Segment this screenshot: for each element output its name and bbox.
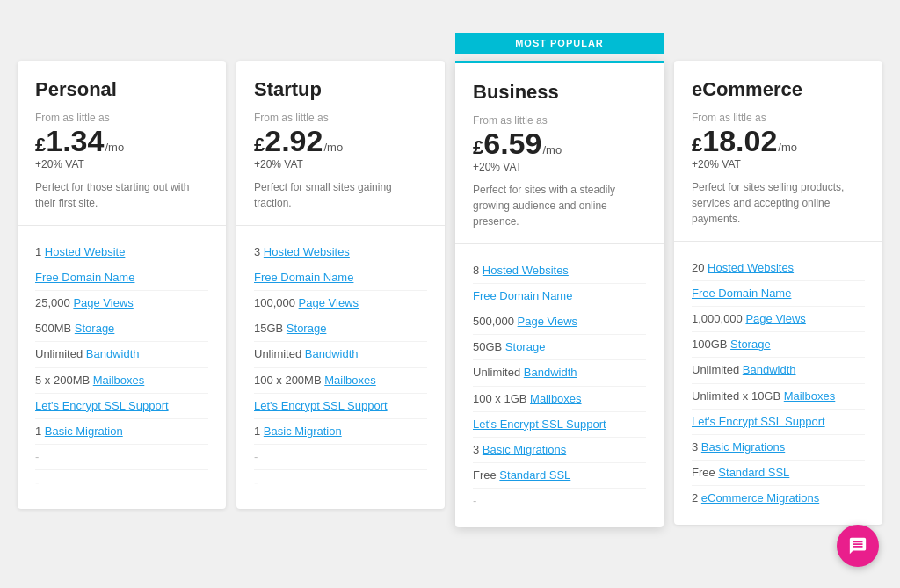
plan-card-startup: Startup From as little as £2.92/mo +20% …: [236, 61, 445, 510]
feature-item-ecommerce-3: 100GB Storage: [692, 332, 865, 358]
plan-name-startup: Startup: [254, 78, 427, 101]
feature-link-ecommerce-2[interactable]: Page Views: [745, 312, 805, 325]
feature-item-ecommerce-2: 1,000,000 Page Views: [692, 307, 865, 332]
price-amount-startup: 2.92: [265, 126, 323, 156]
feature-item-ecommerce-7: 3 Basic Migrations: [692, 435, 865, 461]
feature-link-personal-1[interactable]: Free Domain Name: [35, 271, 134, 284]
feature-link-personal-5[interactable]: Mailboxes: [93, 374, 145, 387]
feature-item-business-3: 50GB Storage: [473, 335, 646, 360]
feature-link-ecommerce-0[interactable]: Hosted Websites: [708, 261, 794, 274]
feature-item-startup-1: Free Domain Name: [254, 265, 427, 291]
from-label-startup: From as little as: [254, 112, 427, 124]
feature-item-startup-3: 15GB Storage: [254, 316, 427, 342]
feature-link-personal-7[interactable]: Basic Migration: [45, 425, 123, 438]
plan-desc-ecommerce: Perfect for sites selling products, serv…: [692, 179, 865, 227]
plan-header-ecommerce: eCommerce From as little as £18.02/mo +2…: [674, 61, 882, 242]
feature-item-business-2: 500,000 Page Views: [473, 309, 646, 335]
feature-link-personal-2[interactable]: Page Views: [73, 296, 133, 309]
feature-item-business-5: 100 x 1GB Mailboxes: [473, 387, 646, 412]
price-row-ecommerce: £18.02/mo: [692, 126, 865, 156]
feature-link-business-0[interactable]: Hosted Websites: [483, 264, 569, 277]
feature-item-personal-9: -: [35, 470, 208, 495]
feature-item-personal-2: 25,000 Page Views: [35, 291, 208, 316]
feature-link-ecommerce-7[interactable]: Basic Migrations: [701, 440, 785, 454]
price-row-business: £6.59/mo: [473, 128, 646, 159]
plan-desc-startup: Perfect for small sites gaining traction…: [254, 179, 427, 211]
feature-link-ecommerce-4[interactable]: Bandwidth: [743, 363, 796, 376]
feature-link-ecommerce-1[interactable]: Free Domain Name: [692, 287, 791, 300]
feature-item-business-0: 8 Hosted Websites: [473, 258, 646, 284]
feature-item-startup-5: 100 x 200MB Mailboxes: [254, 368, 427, 394]
chat-button[interactable]: [837, 525, 879, 567]
plan-card-business: MOST POPULAR Business From as little as …: [455, 61, 664, 528]
most-popular-badge: MOST POPULAR: [455, 33, 664, 54]
feature-link-ecommerce-9[interactable]: eCommerce Migrations: [701, 491, 819, 505]
feature-item-startup-9: -: [254, 470, 427, 495]
feature-link-personal-3[interactable]: Storage: [75, 322, 115, 335]
per-mo-business: /mo: [542, 143, 562, 156]
plan-name-business: Business: [473, 81, 646, 104]
feature-link-personal-4[interactable]: Bandwidth: [86, 347, 140, 360]
plan-features-personal: 1 Hosted WebsiteFree Domain Name25,000 P…: [18, 226, 226, 510]
feature-item-personal-5: 5 x 200MB Mailboxes: [35, 368, 208, 394]
plan-name-ecommerce: eCommerce: [692, 78, 865, 101]
feature-item-ecommerce-1: Free Domain Name: [692, 281, 865, 307]
feature-item-business-4: Unlimited Bandwidth: [473, 360, 646, 386]
feature-link-business-6[interactable]: Let's Encrypt SSL Support: [473, 417, 606, 431]
feature-link-startup-2[interactable]: Page Views: [299, 296, 359, 309]
feature-link-startup-4[interactable]: Bandwidth: [305, 347, 359, 360]
feature-link-startup-6[interactable]: Let's Encrypt SSL Support: [254, 399, 388, 412]
feature-item-business-7: 3 Basic Migrations: [473, 438, 646, 463]
plan-header-startup: Startup From as little as £2.92/mo +20% …: [236, 61, 445, 226]
plan-header-personal: Personal From as little as £1.34/mo +20%…: [18, 61, 226, 226]
feature-link-business-8[interactable]: Standard SSL: [499, 468, 570, 482]
feature-item-personal-1: Free Domain Name: [35, 265, 208, 291]
plan-features-startup: 3 Hosted WebsitesFree Domain Name100,000…: [236, 226, 445, 510]
feature-item-personal-0: 1 Hosted Website: [35, 240, 208, 265]
vat-personal: +20% VAT: [35, 158, 208, 171]
feature-item-personal-6: Let's Encrypt SSL Support: [35, 394, 208, 419]
feature-link-startup-3[interactable]: Storage: [287, 322, 327, 335]
price-amount-personal: 1.34: [46, 126, 104, 156]
feature-item-personal-7: 1 Basic Migration: [35, 419, 208, 445]
currency-ecommerce: £: [692, 134, 702, 156]
feature-link-startup-5[interactable]: Mailboxes: [324, 374, 376, 387]
feature-link-startup-0[interactable]: Hosted Websites: [264, 245, 350, 258]
feature-item-ecommerce-4: Unlimited Bandwidth: [692, 358, 865, 383]
feature-link-business-2[interactable]: Page Views: [518, 315, 577, 328]
vat-startup: +20% VAT: [254, 158, 427, 171]
feature-item-ecommerce-8: Free Standard SSL: [692, 461, 865, 486]
feature-link-personal-6[interactable]: Let's Encrypt SSL Support: [35, 399, 169, 412]
feature-item-startup-8: -: [254, 445, 427, 470]
feature-link-personal-0[interactable]: Hosted Website: [45, 245, 126, 258]
price-row-startup: £2.92/mo: [254, 126, 427, 156]
feature-link-startup-7[interactable]: Basic Migration: [264, 425, 342, 438]
feature-item-business-9: -: [473, 489, 646, 513]
from-label-business: From as little as: [473, 114, 646, 127]
from-label-personal: From as little as: [35, 112, 208, 124]
feature-item-business-8: Free Standard SSL: [473, 463, 646, 489]
feature-link-business-7[interactable]: Basic Migrations: [483, 443, 566, 456]
feature-link-business-1[interactable]: Free Domain Name: [473, 289, 572, 302]
plan-features-ecommerce: 20 Hosted WebsitesFree Domain Name1,000,…: [674, 242, 882, 526]
feature-link-ecommerce-8[interactable]: Standard SSL: [718, 466, 789, 479]
plan-header-business: Business From as little as £6.59/mo +20%…: [455, 63, 664, 244]
feature-link-business-4[interactable]: Bandwidth: [524, 366, 577, 379]
feature-link-startup-1[interactable]: Free Domain Name: [254, 271, 353, 284]
feature-link-business-3[interactable]: Storage: [505, 340, 546, 353]
feature-item-personal-4: Unlimited Bandwidth: [35, 342, 208, 367]
per-mo-ecommerce: /mo: [778, 141, 797, 154]
pricing-table: Personal From as little as £1.34/mo +20%…: [18, 61, 882, 528]
from-label-ecommerce: From as little as: [692, 112, 865, 124]
feature-link-ecommerce-6[interactable]: Let's Encrypt SSL Support: [692, 415, 825, 428]
feature-item-startup-6: Let's Encrypt SSL Support: [254, 394, 427, 419]
feature-link-ecommerce-5[interactable]: Mailboxes: [784, 389, 836, 403]
plan-desc-personal: Perfect for those starting out with thei…: [35, 179, 208, 211]
feature-link-business-5[interactable]: Mailboxes: [530, 392, 582, 405]
plan-desc-business: Perfect for sites with a steadily growin…: [473, 182, 646, 229]
per-mo-personal: /mo: [105, 141, 124, 154]
feature-link-ecommerce-3[interactable]: Storage: [730, 338, 771, 351]
plan-features-business: 8 Hosted WebsitesFree Domain Name500,000…: [455, 244, 664, 528]
feature-item-ecommerce-0: 20 Hosted Websites: [692, 256, 865, 281]
plan-card-personal: Personal From as little as £1.34/mo +20%…: [18, 61, 226, 510]
